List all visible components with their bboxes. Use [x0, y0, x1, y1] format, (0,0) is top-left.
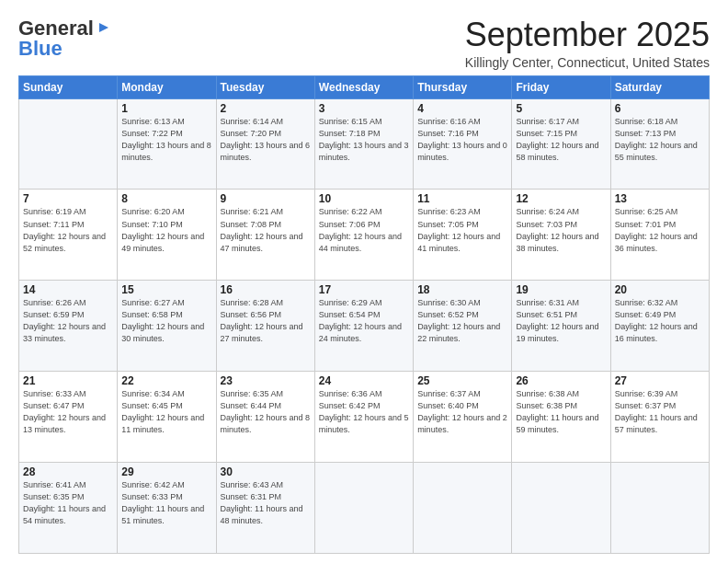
- day-info: Sunrise: 6:16 AMSunset: 7:16 PMDaylight:…: [417, 116, 507, 164]
- table-cell: [512, 463, 610, 554]
- day-info: Sunrise: 6:29 AMSunset: 6:54 PMDaylight:…: [319, 297, 409, 345]
- day-number: 21: [23, 374, 113, 387]
- day-info: Sunrise: 6:24 AMSunset: 7:03 PMDaylight:…: [516, 206, 606, 254]
- table-cell: 11 Sunrise: 6:23 AMSunset: 7:05 PMDaylig…: [414, 190, 512, 281]
- calendar-row: 28 Sunrise: 6:41 AMSunset: 6:35 PMDaylig…: [19, 463, 710, 554]
- table-cell: 26 Sunrise: 6:38 AMSunset: 6:38 PMDaylig…: [512, 372, 610, 463]
- subtitle: Killingly Center, Connecticut, United St…: [465, 55, 710, 70]
- day-info: Sunrise: 6:23 AMSunset: 7:05 PMDaylight:…: [417, 206, 507, 254]
- day-number: 23: [221, 374, 311, 387]
- day-number: 1: [121, 102, 211, 115]
- day-number: 27: [615, 374, 705, 387]
- day-info: Sunrise: 6:42 AMSunset: 6:33 PMDaylight:…: [121, 479, 211, 527]
- table-cell: 29 Sunrise: 6:42 AMSunset: 6:33 PMDaylig…: [118, 463, 216, 554]
- table-cell: 25 Sunrise: 6:37 AMSunset: 6:40 PMDaylig…: [414, 372, 512, 463]
- day-number: 11: [417, 192, 507, 205]
- day-number: 5: [516, 102, 606, 115]
- svg-marker-0: [99, 23, 108, 32]
- table-cell: [314, 463, 413, 554]
- day-info: Sunrise: 6:35 AMSunset: 6:44 PMDaylight:…: [221, 388, 311, 436]
- table-cell: 2 Sunrise: 6:14 AMSunset: 7:20 PMDayligh…: [216, 98, 314, 190]
- day-number: 25: [417, 374, 507, 387]
- table-cell: 14 Sunrise: 6:26 AMSunset: 6:59 PMDaylig…: [19, 281, 118, 372]
- day-info: Sunrise: 6:14 AMSunset: 7:20 PMDaylight:…: [221, 116, 311, 164]
- table-cell: 1 Sunrise: 6:13 AMSunset: 7:22 PMDayligh…: [118, 98, 216, 190]
- day-info: Sunrise: 6:18 AMSunset: 7:13 PMDaylight:…: [615, 116, 705, 164]
- table-cell: 21 Sunrise: 6:33 AMSunset: 6:47 PMDaylig…: [19, 372, 118, 463]
- main-title: September 2025: [465, 17, 710, 53]
- table-cell: 15 Sunrise: 6:27 AMSunset: 6:58 PMDaylig…: [118, 281, 216, 372]
- day-number: 16: [221, 283, 311, 296]
- day-info: Sunrise: 6:41 AMSunset: 6:35 PMDaylight:…: [23, 479, 113, 527]
- day-number: 10: [319, 192, 409, 205]
- calendar-row: 7 Sunrise: 6:19 AMSunset: 7:11 PMDayligh…: [19, 190, 710, 281]
- table-cell: 6 Sunrise: 6:18 AMSunset: 7:13 PMDayligh…: [610, 98, 709, 190]
- day-number: 8: [121, 192, 211, 205]
- table-cell: [19, 98, 118, 190]
- table-cell: [610, 463, 709, 554]
- table-cell: 18 Sunrise: 6:30 AMSunset: 6:52 PMDaylig…: [414, 281, 512, 372]
- day-number: 28: [23, 465, 113, 478]
- day-number: 20: [615, 283, 705, 296]
- table-cell: 24 Sunrise: 6:36 AMSunset: 6:42 PMDaylig…: [314, 372, 413, 463]
- calendar-row: 1 Sunrise: 6:13 AMSunset: 7:22 PMDayligh…: [19, 98, 710, 190]
- day-info: Sunrise: 6:37 AMSunset: 6:40 PMDaylight:…: [417, 388, 507, 436]
- table-cell: 17 Sunrise: 6:29 AMSunset: 6:54 PMDaylig…: [314, 281, 413, 372]
- day-number: 26: [516, 374, 606, 387]
- day-number: 9: [221, 192, 311, 205]
- col-sunday: Sunday: [19, 75, 118, 98]
- day-info: Sunrise: 6:33 AMSunset: 6:47 PMDaylight:…: [23, 388, 113, 436]
- day-info: Sunrise: 6:19 AMSunset: 7:11 PMDaylight:…: [23, 206, 113, 254]
- day-number: 2: [221, 102, 311, 115]
- day-info: Sunrise: 6:22 AMSunset: 7:06 PMDaylight:…: [319, 206, 409, 254]
- col-tuesday: Tuesday: [216, 75, 314, 98]
- table-cell: 9 Sunrise: 6:21 AMSunset: 7:08 PMDayligh…: [216, 190, 314, 281]
- calendar-header-row: Sunday Monday Tuesday Wednesday Thursday…: [19, 75, 710, 98]
- day-number: 17: [319, 283, 409, 296]
- day-info: Sunrise: 6:39 AMSunset: 6:37 PMDaylight:…: [615, 388, 705, 436]
- logo: General Blue: [18, 17, 112, 61]
- table-cell: 13 Sunrise: 6:25 AMSunset: 7:01 PMDaylig…: [610, 190, 709, 281]
- day-number: 4: [417, 102, 507, 115]
- table-cell: [414, 463, 512, 554]
- day-number: 12: [516, 192, 606, 205]
- day-number: 29: [121, 465, 211, 478]
- day-number: 3: [319, 102, 409, 115]
- page: General Blue September 2025 Killingly Ce…: [0, 0, 728, 563]
- day-info: Sunrise: 6:15 AMSunset: 7:18 PMDaylight:…: [319, 116, 409, 164]
- table-cell: 16 Sunrise: 6:28 AMSunset: 6:56 PMDaylig…: [216, 281, 314, 372]
- col-monday: Monday: [118, 75, 216, 98]
- day-info: Sunrise: 6:17 AMSunset: 7:15 PMDaylight:…: [516, 116, 606, 164]
- table-cell: 22 Sunrise: 6:34 AMSunset: 6:45 PMDaylig…: [118, 372, 216, 463]
- header: General Blue September 2025 Killingly Ce…: [18, 17, 710, 70]
- table-cell: 7 Sunrise: 6:19 AMSunset: 7:11 PMDayligh…: [19, 190, 118, 281]
- day-info: Sunrise: 6:30 AMSunset: 6:52 PMDaylight:…: [417, 297, 507, 345]
- day-number: 15: [121, 283, 211, 296]
- day-info: Sunrise: 6:31 AMSunset: 6:51 PMDaylight:…: [516, 297, 606, 345]
- table-cell: 4 Sunrise: 6:16 AMSunset: 7:16 PMDayligh…: [414, 98, 512, 190]
- table-cell: 30 Sunrise: 6:43 AMSunset: 6:31 PMDaylig…: [216, 463, 314, 554]
- table-cell: 3 Sunrise: 6:15 AMSunset: 7:18 PMDayligh…: [314, 98, 413, 190]
- table-cell: 20 Sunrise: 6:32 AMSunset: 6:49 PMDaylig…: [610, 281, 709, 372]
- day-info: Sunrise: 6:32 AMSunset: 6:49 PMDaylight:…: [615, 297, 705, 345]
- calendar-row: 14 Sunrise: 6:26 AMSunset: 6:59 PMDaylig…: [19, 281, 710, 372]
- table-cell: 19 Sunrise: 6:31 AMSunset: 6:51 PMDaylig…: [512, 281, 610, 372]
- logo-arrow-icon: [96, 19, 112, 36]
- day-info: Sunrise: 6:20 AMSunset: 7:10 PMDaylight:…: [121, 206, 211, 254]
- day-info: Sunrise: 6:21 AMSunset: 7:08 PMDaylight:…: [221, 206, 311, 254]
- day-info: Sunrise: 6:36 AMSunset: 6:42 PMDaylight:…: [319, 388, 409, 436]
- day-info: Sunrise: 6:26 AMSunset: 6:59 PMDaylight:…: [23, 297, 113, 345]
- day-info: Sunrise: 6:34 AMSunset: 6:45 PMDaylight:…: [121, 388, 211, 436]
- day-info: Sunrise: 6:27 AMSunset: 6:58 PMDaylight:…: [121, 297, 211, 345]
- day-number: 18: [417, 283, 507, 296]
- table-cell: 12 Sunrise: 6:24 AMSunset: 7:03 PMDaylig…: [512, 190, 610, 281]
- day-info: Sunrise: 6:38 AMSunset: 6:38 PMDaylight:…: [516, 388, 606, 436]
- day-info: Sunrise: 6:43 AMSunset: 6:31 PMDaylight:…: [221, 479, 311, 527]
- day-number: 13: [615, 192, 705, 205]
- day-info: Sunrise: 6:28 AMSunset: 6:56 PMDaylight:…: [221, 297, 311, 345]
- table-cell: 28 Sunrise: 6:41 AMSunset: 6:35 PMDaylig…: [19, 463, 118, 554]
- day-info: Sunrise: 6:13 AMSunset: 7:22 PMDaylight:…: [121, 116, 211, 164]
- table-cell: 5 Sunrise: 6:17 AMSunset: 7:15 PMDayligh…: [512, 98, 610, 190]
- title-block: September 2025 Killingly Center, Connect…: [465, 17, 710, 70]
- calendar-table: Sunday Monday Tuesday Wednesday Thursday…: [18, 75, 710, 554]
